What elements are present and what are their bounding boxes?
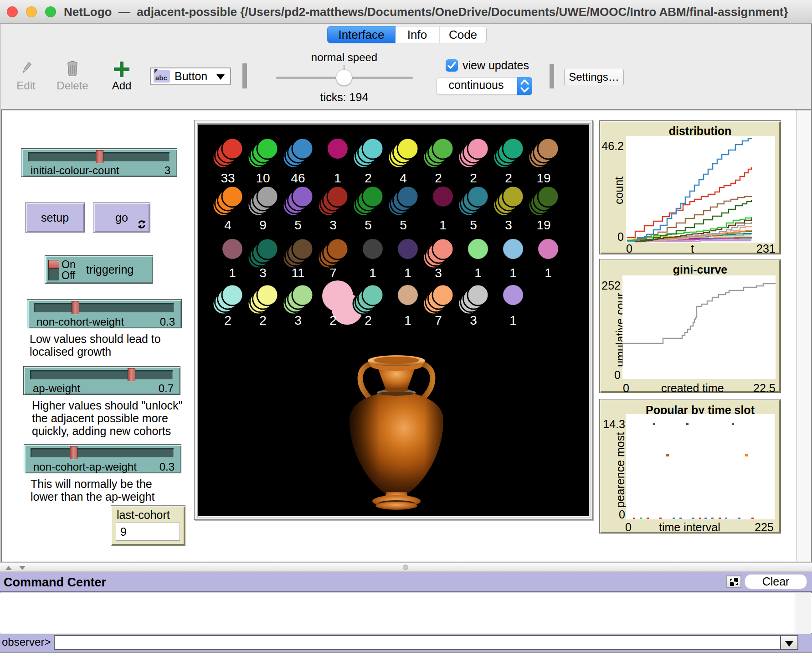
svg-text:2: 2 <box>329 313 337 327</box>
svg-text:19: 19 <box>536 171 550 185</box>
svg-text:2: 2 <box>435 171 442 185</box>
svg-text:1: 1 <box>474 266 482 280</box>
svg-text:1: 1 <box>509 313 517 327</box>
svg-text:5: 5 <box>365 218 372 232</box>
svg-text:2: 2 <box>505 171 512 185</box>
svg-text:1: 1 <box>439 218 447 232</box>
svg-text:3: 3 <box>505 218 512 232</box>
svg-text:3: 3 <box>470 313 477 327</box>
svg-text:3: 3 <box>294 313 302 327</box>
svg-text:9: 9 <box>259 218 267 232</box>
svg-text:1: 1 <box>404 266 411 280</box>
svg-text:2: 2 <box>365 171 372 185</box>
svg-text:3: 3 <box>329 218 337 232</box>
svg-text:46: 46 <box>291 171 305 185</box>
svg-text:2: 2 <box>470 171 477 185</box>
svg-text:2: 2 <box>259 313 267 327</box>
svg-text:19: 19 <box>536 218 550 232</box>
svg-text:2: 2 <box>224 313 231 327</box>
svg-text:1: 1 <box>509 266 517 280</box>
svg-text:4: 4 <box>224 218 231 232</box>
svg-text:11: 11 <box>291 266 304 280</box>
svg-text:5: 5 <box>470 218 477 232</box>
svg-text:1: 1 <box>229 266 236 280</box>
svg-text:1: 1 <box>334 171 341 185</box>
svg-text:4: 4 <box>400 171 407 185</box>
svg-text:10: 10 <box>256 171 270 185</box>
svg-text:1: 1 <box>545 266 552 280</box>
svg-text:1: 1 <box>404 313 411 327</box>
svg-text:7: 7 <box>329 266 337 280</box>
svg-text:33: 33 <box>221 171 235 185</box>
svg-text:1: 1 <box>369 266 376 280</box>
svg-text:5: 5 <box>400 218 407 232</box>
svg-text:2: 2 <box>365 313 372 327</box>
svg-text:5: 5 <box>294 218 302 232</box>
svg-text:3: 3 <box>259 266 267 280</box>
svg-text:3: 3 <box>435 266 442 280</box>
svg-text:7: 7 <box>435 313 442 327</box>
